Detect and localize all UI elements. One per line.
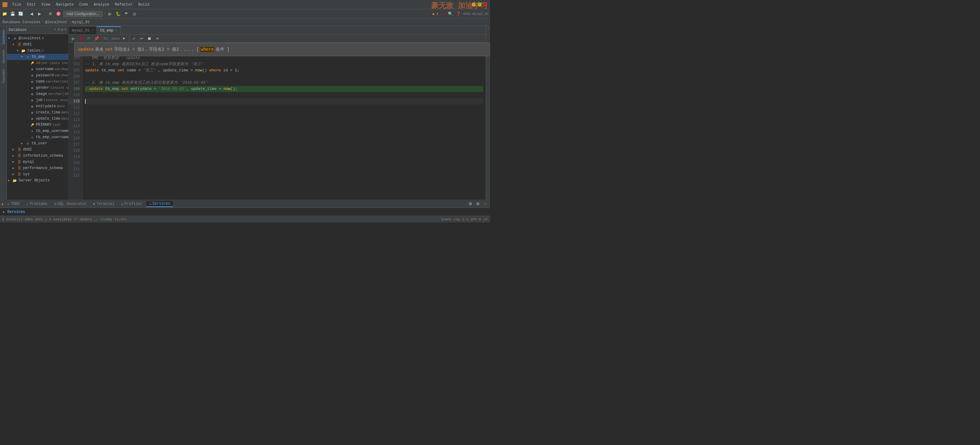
tree-item-idx-2[interactable]: ◈ tb_emp_username_uinc...: [7, 134, 68, 140]
help-button[interactable]: ❓: [455, 11, 462, 17]
open-folder-button[interactable]: 📁: [1, 11, 8, 17]
tree-item-info-schema[interactable]: ▶ 🗄 information_schema: [7, 153, 68, 159]
search-button[interactable]: 🔍: [447, 11, 454, 17]
bottom-options-button[interactable]: ⚙: [474, 201, 481, 207]
cursor: [85, 99, 86, 104]
label-server-objects: Server Objects: [19, 178, 50, 183]
arrow-sys: ▶: [13, 173, 17, 176]
line-num-104: 104: [69, 61, 80, 67]
stop-editor-button[interactable]: ⏹: [78, 35, 84, 42]
back-button[interactable]: ◀: [28, 11, 35, 17]
bottom-tab-terminal[interactable]: ▶ Terminal: [90, 201, 118, 207]
target-button[interactable]: 🎯: [55, 11, 62, 17]
tree-item-col-job[interactable]: ▦ job tinyint unsigned: [7, 97, 68, 103]
code-line-107: -- 2. 将 tb_emp 表的所有员工的入职日期更新为 '2010-01-0…: [85, 80, 483, 86]
profile-button[interactable]: ◎: [131, 11, 138, 17]
menu-code[interactable]: Code: [77, 2, 91, 8]
breadcrumb-item-1[interactable]: Database Consoles: [3, 20, 40, 24]
menu-file[interactable]: File: [10, 2, 24, 8]
tree-item-tb-emp[interactable]: ▼ ⊞ tb_emp: [7, 54, 68, 60]
run-file-button[interactable]: P: [85, 35, 92, 42]
tab-close-tb-emp[interactable]: ×: [115, 29, 117, 32]
menu-refactor[interactable]: Refactor: [112, 2, 135, 8]
tree-item-localhost[interactable]: ▼ ⊞ @localhost 6: [7, 35, 68, 41]
tree-item-col-gender[interactable]: ▦ gender tinyint unsigned: [7, 85, 68, 91]
code-105b: name =: [125, 67, 143, 74]
editor-tab-mysql01[interactable]: mysql_01 ×: [69, 26, 97, 34]
tree-item-db01[interactable]: ▼ 🗄 db01: [7, 41, 68, 48]
sidebar-tab-structure[interactable]: Structure: [1, 47, 6, 66]
debug-button[interactable]: 🐛: [115, 11, 122, 17]
database-tree: ▼ ⊞ @localhost 6 ▼ 🗄 db01 ▼ 📂 tables 2 ▼: [7, 34, 68, 200]
icon-col-id: 🔑: [30, 60, 35, 65]
db-selector[interactable]: db01: [463, 12, 471, 16]
tree-item-tb-user[interactable]: ▶ ⊞ tb_user: [7, 140, 68, 146]
tree-item-tables[interactable]: ▼ 📂 tables 2: [7, 48, 68, 54]
tree-item-sys[interactable]: ▶ 🗄 sys: [7, 171, 68, 177]
tree-item-perf-schema[interactable]: ▶ 🗄 performance_schema: [7, 165, 68, 171]
arrow-db01: ▼: [13, 43, 17, 46]
database-panel: Database + ⟳ ⚙ ≡ ▼ ⊞ @localhost 6 ▼ 🗄 db…: [7, 26, 69, 200]
run-editor-button[interactable]: ▶: [70, 35, 77, 42]
editor-tab-tb-emp[interactable]: tb_emp ×: [97, 26, 121, 34]
tree-item-col-image[interactable]: ▦ image varchar(300): [7, 91, 68, 97]
tree-item-server-objects[interactable]: ▶ 📂 Server Objects: [7, 177, 68, 184]
str-108: '2010-01-01': [159, 86, 186, 92]
menu-analyze[interactable]: Analyze: [91, 2, 112, 8]
settings-db-icon[interactable]: ⚙: [61, 27, 64, 32]
kw-where-105: where: [209, 67, 221, 74]
detail-col-username: varchar(20): [55, 67, 68, 71]
bottom-tab-profiler[interactable]: ◎ Profiler: [118, 201, 145, 207]
sidebar-tab-favorites[interactable]: Favorites: [1, 67, 6, 86]
run-button[interactable]: ▶: [107, 11, 113, 17]
menu-edit[interactable]: Edit: [24, 2, 38, 8]
tree-item-idx-1[interactable]: ◈ tb_emp_username_uinc...: [7, 128, 68, 134]
pin-button[interactable]: 📌: [93, 35, 100, 42]
breadcrumb-item-2[interactable]: @localhost: [45, 20, 67, 24]
tree-item-col-username[interactable]: ▦ username varchar(20): [7, 66, 68, 72]
save-button[interactable]: 💾: [9, 11, 16, 17]
tree-item-idx-primary[interactable]: 🔑 PRIMARY (id): [7, 122, 68, 128]
bottom-tab-services[interactable]: ☁ Services: [146, 201, 173, 207]
forward-button[interactable]: ▶: [36, 11, 43, 17]
line-num-110: 110: [69, 98, 80, 105]
editor-code-content[interactable]: -- DML：更新数据 - update -- 1. 将 tb_emp 表的ID…: [83, 43, 486, 200]
coverage-button[interactable]: ☂: [123, 11, 130, 17]
run-config-button[interactable]: ⚙: [47, 11, 54, 17]
tree-item-col-password[interactable]: ▦ password varchar(32) =...: [7, 72, 68, 79]
bottom-tab-sql-gen[interactable]: ⚙ SQL Generator: [51, 201, 90, 207]
tree-item-col-create-time[interactable]: ▦ create_time datetime: [7, 109, 68, 116]
sidebar-tab-database[interactable]: Database: [1, 27, 6, 47]
menu-view[interactable]: View: [39, 2, 53, 8]
status-intellij-info[interactable]: IntelliJ IDEA 2021.1.3 available // Upda…: [6, 217, 127, 221]
tab-close-mysql01[interactable]: ×: [92, 29, 94, 32]
tree-item-mysql[interactable]: ▶ 🗄 mysql: [7, 159, 68, 165]
breadcrumb-item-3[interactable]: mysql_01: [72, 20, 90, 24]
rollback-button[interactable]: ↩: [138, 35, 145, 42]
syntax-popup: update 表名 set 字段名1 = 值1，字段名2 = 值2，.... […: [74, 43, 486, 56]
bottom-close-button[interactable]: −: [482, 201, 489, 207]
tree-item-db02[interactable]: ▶ 🗄 db02: [7, 146, 68, 153]
event-log[interactable]: Event Log: [441, 217, 460, 221]
commit-button[interactable]: ✓: [131, 35, 138, 42]
todo-icon: ☑: [8, 202, 10, 206]
tree-item-col-update-time[interactable]: ▦ update_time datetime: [7, 116, 68, 122]
sync-button[interactable]: 🔄: [18, 11, 24, 17]
tree-item-col-name[interactable]: ▦ name varchar(10): [7, 79, 68, 85]
format-button[interactable]: ≡: [154, 35, 161, 42]
tree-item-col-entrydate[interactable]: ▦ entrydate date: [7, 103, 68, 109]
db-selector2[interactable]: mysql_01: [473, 12, 489, 16]
bottom-settings-button[interactable]: ⚙: [467, 201, 474, 207]
add-configuration-button[interactable]: Add Configuration...: [63, 11, 103, 17]
filter-db-icon[interactable]: ≡: [64, 27, 67, 32]
menu-navigate[interactable]: Navigate: [53, 2, 76, 8]
stop-transaction-button[interactable]: ⏹: [146, 35, 153, 42]
tree-item-col-id[interactable]: 🔑 id int (auto increment): [7, 60, 68, 66]
bottom-tab-todo[interactable]: ☑ TODO: [4, 201, 22, 207]
sync-db-icon[interactable]: ⟳: [57, 27, 60, 32]
tx-mode-dropdown[interactable]: ▾: [121, 35, 127, 42]
bottom-tab-problems[interactable]: ⚠ Problems: [23, 201, 51, 207]
arrow-info-schema: ▶: [13, 154, 17, 158]
menu-build[interactable]: Build: [136, 2, 152, 8]
add-db-icon[interactable]: +: [54, 27, 56, 32]
